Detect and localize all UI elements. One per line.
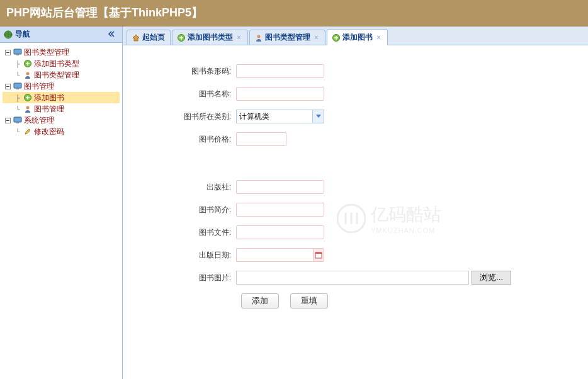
tree-label: 添加图书 bbox=[34, 93, 64, 103]
tree-label: 系统管理 bbox=[24, 115, 54, 126]
app-header: PHP网站后台管理【基于ThinkPHP5】 bbox=[0, 0, 588, 26]
tree-node-book-list[interactable]: └ 图书管理 bbox=[3, 103, 120, 115]
image-path-input[interactable] bbox=[236, 271, 469, 285]
file-input[interactable] bbox=[236, 225, 324, 239]
tab-content: 亿码酷站 YMKUZHAN.COM 图书条形码: 图书名称: 图书所在类别: 计… bbox=[123, 45, 588, 379]
chevron-down-icon bbox=[312, 110, 324, 123]
category-value: 计算机类 bbox=[237, 111, 312, 122]
monitor-icon bbox=[13, 115, 23, 125]
tree-label: 图书类型管理 bbox=[34, 70, 79, 81]
submit-button[interactable]: 添加 bbox=[241, 293, 279, 308]
monitor-icon bbox=[13, 81, 23, 91]
svg-point-6 bbox=[26, 72, 30, 76]
tab-close-button[interactable]: × bbox=[313, 34, 320, 41]
label-barcode: 图书条形码: bbox=[135, 66, 236, 77]
tree-collapse-icon[interactable] bbox=[3, 115, 13, 126]
tree-elbow-icon: └ bbox=[13, 69, 23, 81]
plus-icon bbox=[332, 34, 340, 42]
tree-node-system-mgmt[interactable]: 系统管理 bbox=[3, 115, 120, 126]
tree-elbow-icon: └ bbox=[13, 126, 23, 137]
tree-node-add-book-type[interactable]: ├ 添加图书类型 bbox=[3, 58, 120, 69]
label-intro: 图书简介: bbox=[135, 205, 236, 215]
sidebar-title-text: 导航 bbox=[15, 29, 30, 40]
tree-node-book-mgmt[interactable]: 图书管理 bbox=[3, 81, 120, 92]
tree-elbow-icon: └ bbox=[13, 103, 23, 115]
intro-input[interactable] bbox=[236, 203, 324, 217]
category-select[interactable]: 计算机类 bbox=[236, 110, 324, 123]
barcode-input[interactable] bbox=[236, 64, 324, 78]
globe-icon bbox=[4, 30, 13, 39]
sidebar-collapse-button[interactable] bbox=[108, 30, 118, 40]
tab-book-type-mgmt[interactable]: 图书类型管理 × bbox=[249, 30, 325, 45]
plus-icon bbox=[178, 34, 185, 42]
pubdate-input[interactable] bbox=[236, 248, 313, 262]
person-icon bbox=[23, 70, 33, 80]
label-file: 图书文件: bbox=[135, 227, 236, 238]
tree-label: 图书管理 bbox=[34, 104, 64, 115]
label-category: 图书所在类别: bbox=[135, 111, 236, 122]
nav-tree: 图书类型管理 ├ 添加图书类型 └ 图书类型管理 图书管理 ├ bbox=[0, 43, 122, 379]
tree-elbow-icon: ├ bbox=[13, 92, 23, 103]
tab-home[interactable]: 起始页 bbox=[127, 30, 171, 45]
tree-collapse-icon[interactable] bbox=[3, 81, 13, 92]
name-input[interactable] bbox=[236, 87, 324, 101]
label-image: 图书图片: bbox=[135, 273, 236, 283]
label-name: 图书名称: bbox=[135, 89, 236, 99]
tree-label: 添加图书类型 bbox=[34, 59, 79, 69]
svg-rect-13 bbox=[14, 117, 21, 122]
monitor-icon bbox=[13, 47, 23, 57]
person-icon bbox=[23, 104, 33, 114]
tab-label: 图书类型管理 bbox=[265, 32, 310, 43]
calendar-icon[interactable] bbox=[313, 248, 324, 262]
label-publisher: 出版社: bbox=[135, 182, 236, 193]
sidebar-header: 导航 bbox=[0, 26, 122, 43]
svg-rect-3 bbox=[14, 49, 21, 54]
svg-rect-9 bbox=[16, 88, 19, 89]
label-pubdate: 出版日期: bbox=[135, 250, 236, 261]
tree-node-add-book[interactable]: ├ 添加图书 bbox=[3, 92, 120, 103]
reset-button[interactable]: 重填 bbox=[290, 293, 328, 308]
tree-node-book-type-list[interactable]: └ 图书类型管理 bbox=[3, 69, 120, 81]
tree-collapse-icon[interactable] bbox=[3, 47, 13, 58]
home-icon bbox=[132, 34, 140, 42]
tree-label: 修改密码 bbox=[34, 127, 64, 137]
svg-point-11 bbox=[26, 106, 30, 110]
publisher-input[interactable] bbox=[236, 180, 324, 194]
tab-label: 添加图书 bbox=[342, 32, 373, 43]
main-panel: 起始页 添加图书类型 × 图书类型管理 × 添加图书 × 亿 bbox=[123, 26, 588, 379]
plus-icon bbox=[23, 93, 33, 103]
tree-label: 图书管理 bbox=[24, 81, 54, 92]
tab-label: 起始页 bbox=[142, 32, 165, 43]
tab-close-button[interactable]: × bbox=[375, 34, 382, 41]
svg-rect-4 bbox=[16, 54, 19, 55]
price-input[interactable] bbox=[236, 132, 286, 146]
svg-rect-8 bbox=[14, 83, 21, 88]
tree-node-book-type-mgmt[interactable]: 图书类型管理 bbox=[3, 47, 120, 58]
tree-label: 图书类型管理 bbox=[24, 47, 69, 58]
tab-close-button[interactable]: × bbox=[235, 34, 242, 41]
browse-button[interactable]: 浏览... bbox=[472, 271, 511, 285]
tab-strip: 起始页 添加图书类型 × 图书类型管理 × 添加图书 × bbox=[123, 26, 588, 45]
svg-point-16 bbox=[257, 35, 261, 38]
svg-rect-20 bbox=[315, 252, 322, 254]
label-price: 图书价格: bbox=[135, 134, 236, 145]
plus-icon bbox=[23, 59, 33, 69]
pencil-icon bbox=[23, 127, 33, 137]
app-title: PHP网站后台管理【基于ThinkPHP5】 bbox=[6, 6, 203, 19]
sidebar: 导航 图书类型管理 ├ 添加图书类型 └ 图书类 bbox=[0, 26, 123, 379]
tree-elbow-icon: ├ bbox=[13, 58, 23, 69]
tab-add-book-type[interactable]: 添加图书类型 × bbox=[172, 30, 248, 45]
svg-rect-14 bbox=[16, 122, 19, 123]
tab-label: 添加图书类型 bbox=[188, 32, 233, 43]
tree-node-change-password[interactable]: └ 修改密码 bbox=[3, 126, 120, 137]
person-icon bbox=[255, 34, 263, 42]
tab-add-book[interactable]: 添加图书 × bbox=[327, 29, 388, 45]
